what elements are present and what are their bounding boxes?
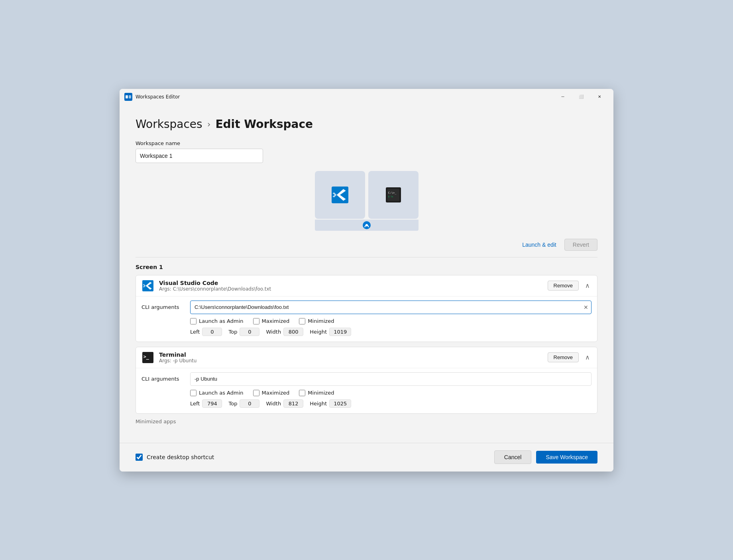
close-button[interactable]: ✕ <box>590 90 609 103</box>
terminal-launch-admin-label: Launch as Admin <box>199 390 244 396</box>
cancel-button[interactable]: Cancel <box>494 450 532 464</box>
vscode-cli-clear-button[interactable]: ✕ <box>583 303 589 311</box>
vscode-app-actions: Remove ∧ <box>548 280 592 291</box>
vscode-width-value: 800 <box>283 328 303 336</box>
title-bar: Workspaces Editor ─ ⬜ ✕ <box>120 89 613 105</box>
vscode-position-row: Left 0 Top 0 Width 800 Height <box>190 328 592 336</box>
terminal-collapse-button[interactable]: ∧ <box>584 352 592 363</box>
terminal-height-value: 1025 <box>329 399 351 408</box>
svg-text:$ ls: $ ls <box>388 195 393 197</box>
footer: Create desktop shortcut Cancel Save Work… <box>120 443 613 472</box>
vscode-left-label: Left <box>190 329 200 335</box>
app-entry-vscode: Visual Studio Code Args: C:\Users\connor… <box>136 275 597 342</box>
terminal-height-label: Height <box>310 401 327 407</box>
breadcrumb-parent[interactable]: Workspaces <box>136 118 202 131</box>
vscode-cli-label: CLI arguments <box>141 304 185 310</box>
terminal-remove-button[interactable]: Remove <box>548 352 579 362</box>
preview-taskbar <box>315 220 419 231</box>
app-header-vscode: Visual Studio Code Args: C:\Users\connor… <box>136 275 597 296</box>
vscode-minimized-item: Minimized <box>299 318 334 324</box>
terminal-icon: >_ <box>142 352 153 363</box>
app-entry-terminal: >_ Terminal Args: -p Ubuntu Remove ∧ <box>136 347 597 414</box>
vscode-launch-admin-checkbox[interactable] <box>190 318 197 324</box>
revert-button: Revert <box>564 239 597 251</box>
terminal-icon-container: >_ <box>141 351 154 364</box>
vscode-info: Visual Studio Code Args: C:\Users\connor… <box>159 280 543 292</box>
title-bar-text: Workspaces Editor <box>136 94 554 100</box>
vscode-maximized-checkbox[interactable] <box>253 318 259 324</box>
divider <box>136 257 597 257</box>
vscode-height-item: Height 1019 <box>310 328 351 336</box>
terminal-cli-input[interactable] <box>190 372 592 386</box>
vscode-top-item: Top 0 <box>228 328 259 336</box>
vscode-minimized-checkbox[interactable] <box>299 318 305 324</box>
create-shortcut-checkbox[interactable] <box>136 454 143 461</box>
vscode-cli-input[interactable] <box>190 301 592 314</box>
workspace-name-label: Workspace name <box>136 140 597 146</box>
taskbar-edge-icon <box>362 221 371 230</box>
workspace-name-input[interactable] <box>136 149 263 163</box>
terminal-checkboxes-row: Launch as Admin Maximized Minimized <box>190 390 592 396</box>
main-content: Workspaces › Edit Workspace Workspace na… <box>120 105 613 443</box>
svg-rect-1 <box>126 95 128 98</box>
breadcrumb-current: Edit Workspace <box>215 118 313 131</box>
vscode-left-value: 0 <box>202 328 222 336</box>
preview-area: C:\>_ $ ls <box>136 171 597 231</box>
terminal-cli-row: CLI arguments <box>141 372 592 386</box>
vscode-collapse-button[interactable]: ∧ <box>584 280 592 291</box>
terminal-maximized-label: Maximized <box>262 390 290 396</box>
terminal-left-item: Left 794 <box>190 399 222 408</box>
terminal-launch-admin-item: Launch as Admin <box>190 390 244 396</box>
terminal-left-value: 794 <box>202 399 222 408</box>
app-icon <box>124 93 132 101</box>
screen-label: Screen 1 <box>136 264 597 270</box>
svg-rect-5 <box>387 189 399 200</box>
vscode-args: Args: C:\Users\connorplante\Downloads\fo… <box>159 286 543 292</box>
vscode-minimized-label: Minimized <box>308 318 334 324</box>
vscode-cli-input-wrapper: ✕ <box>190 301 592 314</box>
vscode-details: CLI arguments ✕ Launch as Admin <box>136 296 597 342</box>
terminal-minimized-checkbox[interactable] <box>299 390 305 396</box>
vscode-name: Visual Studio Code <box>159 280 543 286</box>
breadcrumb: Workspaces › Edit Workspace <box>136 118 597 131</box>
vscode-remove-button[interactable]: Remove <box>548 281 579 291</box>
terminal-preview-icon: C:\>_ $ ls <box>386 187 401 202</box>
terminal-maximized-checkbox[interactable] <box>253 390 259 396</box>
vscode-launch-admin-item: Launch as Admin <box>190 318 244 324</box>
svg-text:>_: >_ <box>143 354 149 360</box>
vscode-preview-icon <box>332 187 348 203</box>
terminal-info: Terminal Args: -p Ubuntu <box>159 352 543 364</box>
vscode-icon-container <box>141 279 154 292</box>
vscode-maximized-label: Maximized <box>262 318 290 324</box>
terminal-width-value: 812 <box>283 399 303 408</box>
terminal-top-label: Top <box>228 401 237 407</box>
preview-screen-1 <box>315 171 365 219</box>
minimized-apps-label: Minimized apps <box>136 419 597 424</box>
terminal-launch-admin-checkbox[interactable] <box>190 390 197 396</box>
svg-point-9 <box>366 224 368 226</box>
terminal-app-actions: Remove ∧ <box>548 352 592 363</box>
terminal-minimized-label: Minimized <box>308 390 334 396</box>
minimize-button[interactable]: ─ <box>554 90 572 103</box>
terminal-width-item: Width 812 <box>266 399 303 408</box>
apps-scroll-area[interactable]: Visual Studio Code Args: C:\Users\connor… <box>136 275 597 428</box>
maximize-button[interactable]: ⬜ <box>572 90 590 103</box>
terminal-height-item: Height 1025 <box>310 399 351 408</box>
actions-row: Launch & edit Revert <box>136 239 597 251</box>
terminal-position-row: Left 794 Top 0 Width 812 Height <box>190 399 592 408</box>
vscode-height-label: Height <box>310 329 327 335</box>
terminal-left-label: Left <box>190 401 200 407</box>
preview-screen-2: C:\>_ $ ls <box>368 171 419 219</box>
preview-container: C:\>_ $ ls <box>315 171 419 231</box>
terminal-args: Args: -p Ubuntu <box>159 358 543 364</box>
vscode-icon <box>142 280 153 291</box>
svg-text:C:\>_: C:\>_ <box>388 191 396 194</box>
terminal-cli-input-wrapper <box>190 372 592 386</box>
save-workspace-button[interactable]: Save Workspace <box>536 451 597 464</box>
launch-edit-button[interactable]: Launch & edit <box>519 239 560 250</box>
vscode-width-label: Width <box>266 329 281 335</box>
create-shortcut-label: Create desktop shortcut <box>147 454 214 460</box>
vscode-launch-admin-label: Launch as Admin <box>199 318 244 324</box>
vscode-width-item: Width 800 <box>266 328 303 336</box>
terminal-name: Terminal <box>159 352 543 358</box>
